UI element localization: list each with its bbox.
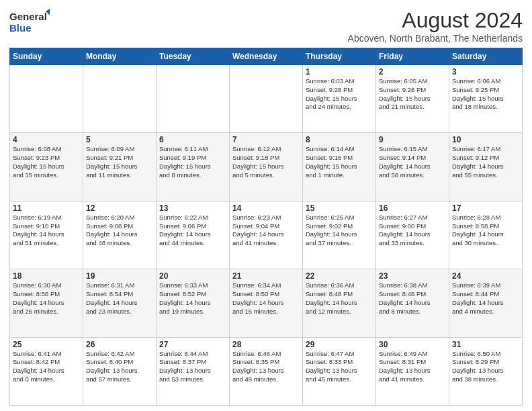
page: General Blue August 2024 Abcoven, North … — [0, 0, 532, 411]
day-info: Sunrise: 6:36 AM Sunset: 8:48 PM Dayligh… — [306, 281, 373, 316]
day-info: Sunrise: 6:34 AM Sunset: 8:50 PM Dayligh… — [232, 281, 300, 316]
day-number: 28 — [232, 340, 300, 349]
cell-0-4: 1Sunrise: 6:03 AM Sunset: 9:28 PM Daylig… — [303, 65, 376, 133]
title-section: August 2024 Abcoven, North Brabant, The … — [348, 8, 523, 44]
col-wednesday: Wednesday — [230, 48, 303, 65]
day-info: Sunrise: 6:23 AM Sunset: 9:04 PM Dayligh… — [232, 214, 300, 248]
cell-4-4: 29Sunrise: 6:47 AM Sunset: 8:33 PM Dayli… — [303, 337, 376, 405]
day-info: Sunrise: 6:41 AM Sunset: 8:42 PM Dayligh… — [13, 350, 80, 384]
svg-text:Blue: Blue — [9, 22, 32, 34]
cell-3-6: 24Sunrise: 6:39 AM Sunset: 8:44 PM Dayli… — [449, 269, 523, 337]
col-tuesday: Tuesday — [157, 48, 230, 65]
day-number: 27 — [159, 340, 226, 349]
week-row-1: 4Sunrise: 6:08 AM Sunset: 9:23 PM Daylig… — [10, 133, 523, 201]
day-number: 30 — [379, 340, 446, 349]
day-info: Sunrise: 6:31 AM Sunset: 8:54 PM Dayligh… — [86, 281, 153, 316]
day-info: Sunrise: 6:06 AM Sunset: 9:25 PM Dayligh… — [452, 77, 519, 111]
cell-0-1 — [83, 65, 157, 133]
day-info: Sunrise: 6:38 AM Sunset: 8:46 PM Dayligh… — [379, 281, 446, 316]
day-info: Sunrise: 6:44 AM Sunset: 8:37 PM Dayligh… — [159, 350, 226, 384]
day-number: 23 — [379, 271, 446, 281]
day-number: 22 — [306, 271, 373, 281]
cell-2-6: 17Sunrise: 6:28 AM Sunset: 8:58 PM Dayli… — [449, 201, 523, 269]
cell-3-0: 18Sunrise: 6:30 AM Sunset: 8:56 PM Dayli… — [10, 269, 83, 337]
day-info: Sunrise: 6:39 AM Sunset: 8:44 PM Dayligh… — [452, 281, 519, 316]
day-info: Sunrise: 6:46 AM Sunset: 8:35 PM Dayligh… — [232, 350, 300, 384]
day-info: Sunrise: 6:20 AM Sunset: 9:08 PM Dayligh… — [86, 214, 153, 248]
day-number: 19 — [86, 271, 153, 281]
day-info: Sunrise: 6:47 AM Sunset: 8:33 PM Dayligh… — [306, 350, 373, 384]
cell-0-0 — [10, 65, 83, 133]
day-number: 13 — [159, 203, 226, 213]
day-number: 18 — [13, 271, 80, 281]
day-number: 16 — [379, 203, 446, 213]
day-info: Sunrise: 6:33 AM Sunset: 8:52 PM Dayligh… — [159, 281, 226, 316]
cell-2-5: 16Sunrise: 6:27 AM Sunset: 9:00 PM Dayli… — [376, 201, 449, 269]
col-saturday: Saturday — [449, 48, 523, 65]
week-row-4: 25Sunrise: 6:41 AM Sunset: 8:42 PM Dayli… — [10, 337, 523, 405]
day-number: 11 — [13, 203, 80, 213]
day-number: 9 — [379, 135, 446, 144]
cell-4-2: 27Sunrise: 6:44 AM Sunset: 8:37 PM Dayli… — [157, 337, 230, 405]
location: Abcoven, North Brabant, The Netherlands — [348, 33, 523, 44]
col-thursday: Thursday — [303, 48, 376, 65]
cell-1-4: 8Sunrise: 6:14 AM Sunset: 9:16 PM Daylig… — [303, 133, 376, 201]
day-info: Sunrise: 6:27 AM Sunset: 9:00 PM Dayligh… — [379, 214, 446, 248]
day-number: 15 — [306, 203, 373, 213]
cell-1-5: 9Sunrise: 6:15 AM Sunset: 9:14 PM Daylig… — [376, 133, 449, 201]
day-number: 1 — [306, 67, 373, 77]
day-number: 6 — [159, 135, 226, 144]
day-info: Sunrise: 6:28 AM Sunset: 8:58 PM Dayligh… — [452, 214, 519, 248]
day-info: Sunrise: 6:03 AM Sunset: 9:28 PM Dayligh… — [306, 77, 373, 111]
logo-svg: General Blue — [9, 8, 50, 35]
cell-2-0: 11Sunrise: 6:19 AM Sunset: 9:10 PM Dayli… — [10, 201, 83, 269]
cell-2-2: 13Sunrise: 6:22 AM Sunset: 9:06 PM Dayli… — [157, 201, 230, 269]
day-info: Sunrise: 6:14 AM Sunset: 9:16 PM Dayligh… — [306, 145, 373, 179]
day-number: 2 — [379, 67, 446, 77]
day-number: 8 — [306, 135, 373, 144]
cell-1-2: 6Sunrise: 6:11 AM Sunset: 9:19 PM Daylig… — [157, 133, 230, 201]
day-number: 31 — [452, 340, 519, 349]
logo: General Blue — [9, 8, 50, 35]
cell-3-4: 22Sunrise: 6:36 AM Sunset: 8:48 PM Dayli… — [303, 269, 376, 337]
cell-3-5: 23Sunrise: 6:38 AM Sunset: 8:46 PM Dayli… — [376, 269, 449, 337]
day-number: 20 — [159, 271, 226, 281]
day-number: 14 — [232, 203, 300, 213]
day-info: Sunrise: 6:12 AM Sunset: 9:18 PM Dayligh… — [232, 145, 300, 179]
day-info: Sunrise: 6:11 AM Sunset: 9:19 PM Dayligh… — [159, 145, 226, 179]
day-info: Sunrise: 6:22 AM Sunset: 9:06 PM Dayligh… — [159, 214, 226, 248]
day-info: Sunrise: 6:50 AM Sunset: 8:29 PM Dayligh… — [452, 350, 519, 384]
col-sunday: Sunday — [10, 48, 83, 65]
day-number: 26 — [86, 340, 153, 349]
cell-4-3: 28Sunrise: 6:46 AM Sunset: 8:35 PM Dayli… — [230, 337, 303, 405]
cell-0-6: 3Sunrise: 6:06 AM Sunset: 9:25 PM Daylig… — [449, 65, 523, 133]
cell-2-3: 14Sunrise: 6:23 AM Sunset: 9:04 PM Dayli… — [230, 201, 303, 269]
cell-3-1: 19Sunrise: 6:31 AM Sunset: 8:54 PM Dayli… — [83, 269, 157, 337]
cell-3-3: 21Sunrise: 6:34 AM Sunset: 8:50 PM Dayli… — [230, 269, 303, 337]
day-number: 10 — [452, 135, 519, 144]
cell-0-2 — [157, 65, 230, 133]
day-info: Sunrise: 6:49 AM Sunset: 8:31 PM Dayligh… — [379, 350, 446, 384]
header: General Blue August 2024 Abcoven, North … — [9, 8, 523, 44]
col-friday: Friday — [376, 48, 449, 65]
day-number: 3 — [452, 67, 519, 77]
week-row-3: 18Sunrise: 6:30 AM Sunset: 8:56 PM Dayli… — [10, 269, 523, 337]
cell-2-1: 12Sunrise: 6:20 AM Sunset: 9:08 PM Dayli… — [83, 201, 157, 269]
day-number: 17 — [452, 203, 519, 213]
cell-1-1: 5Sunrise: 6:09 AM Sunset: 9:21 PM Daylig… — [83, 133, 157, 201]
week-row-0: 1Sunrise: 6:03 AM Sunset: 9:28 PM Daylig… — [10, 65, 523, 133]
day-info: Sunrise: 6:25 AM Sunset: 9:02 PM Dayligh… — [306, 214, 373, 248]
cell-1-3: 7Sunrise: 6:12 AM Sunset: 9:18 PM Daylig… — [230, 133, 303, 201]
day-info: Sunrise: 6:05 AM Sunset: 9:26 PM Dayligh… — [379, 77, 446, 111]
day-info: Sunrise: 6:15 AM Sunset: 9:14 PM Dayligh… — [379, 145, 446, 179]
day-number: 24 — [452, 271, 519, 281]
calendar-header-row: Sunday Monday Tuesday Wednesday Thursday… — [10, 48, 523, 65]
cell-0-3 — [230, 65, 303, 133]
day-number: 5 — [86, 135, 153, 144]
cell-4-5: 30Sunrise: 6:49 AM Sunset: 8:31 PM Dayli… — [376, 337, 449, 405]
cell-1-6: 10Sunrise: 6:17 AM Sunset: 9:12 PM Dayli… — [449, 133, 523, 201]
day-info: Sunrise: 6:30 AM Sunset: 8:56 PM Dayligh… — [13, 281, 80, 316]
col-monday: Monday — [83, 48, 157, 65]
month-year: August 2024 — [348, 8, 523, 33]
day-info: Sunrise: 6:17 AM Sunset: 9:12 PM Dayligh… — [452, 145, 519, 179]
